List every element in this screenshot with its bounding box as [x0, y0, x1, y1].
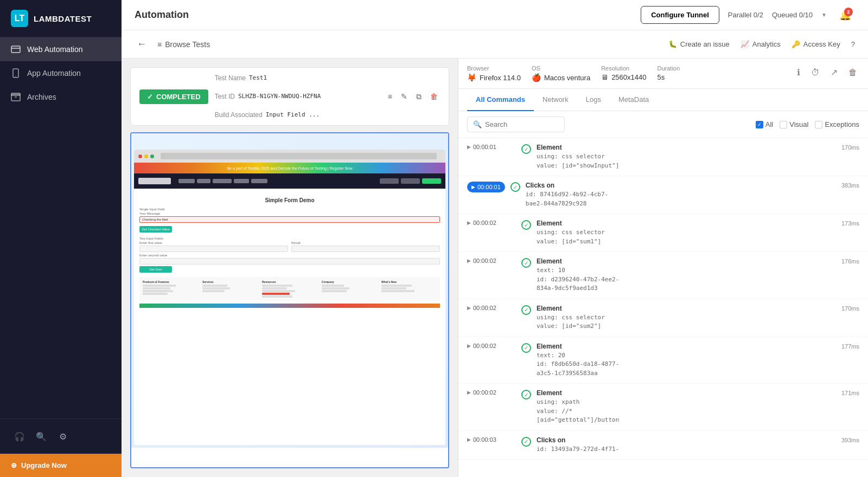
filter-exceptions[interactable]: Exceptions [815, 120, 859, 128]
apple-icon: 🍎 [532, 73, 541, 82]
search-input[interactable] [485, 120, 559, 128]
back-button[interactable]: ← [135, 36, 149, 52]
time-value: 00:00:02 [473, 389, 496, 396]
upgrade-bar[interactable]: ⊕ Upgrade Now [0, 454, 122, 477]
chevron-down-icon[interactable]: ▼ [821, 12, 827, 18]
analytics-action[interactable]: 📈 Analytics [741, 40, 781, 48]
command-row: ▶ 00:00:02 ✓ Element using: css selector… [458, 214, 868, 252]
play-icon: ▶ [467, 305, 471, 311]
mock-banner: Be a part of TestMu 2025 and Decode the … [134, 163, 445, 173]
settings-icon[interactable]: ⚙ [52, 426, 74, 447]
mock-browser: Be a part of TestMu 2025 and Decode the … [134, 150, 445, 445]
play-icon: ▶ [467, 437, 471, 442]
mock-single-input: Single Input Field Your Message Checking… [139, 208, 440, 233]
command-time[interactable]: ▶ 00:00:02 [467, 389, 516, 396]
sidebar-item-archives-label: Archives [27, 93, 56, 101]
sidebar-item-web-automation[interactable]: Web Automation [0, 37, 122, 61]
command-row: ▶ 00:00:02 ✓ Element text: 20id: f8db650… [458, 337, 868, 384]
command-row: ▶ 00:00:02 ✓ Element using: xpathvalue: … [458, 384, 868, 431]
time-value: 00:00:03 [473, 436, 496, 443]
mock-two-inputs: Two Input Fields Enter first value Resul… [139, 237, 440, 273]
command-status: ✓ [521, 144, 531, 154]
test-build-value: Input Field ... [266, 111, 320, 119]
mock-input-msg: Checking the filed [139, 216, 440, 223]
command-duration: 383ms [841, 182, 859, 189]
browse-tests-label: Browse Tests [165, 40, 210, 49]
top-header: Automation Configure Tunnel Parallel 0/2… [122, 0, 868, 30]
play-icon: ▶ [467, 343, 471, 349]
command-status: ✓ [521, 305, 531, 315]
sidebar-item-archives[interactable]: Archives [0, 85, 122, 109]
command-duration: 171ms [841, 390, 859, 396]
browse-tests-link[interactable]: ≡ Browse Tests [157, 40, 210, 49]
test-name-item: Test Name Test1 [215, 74, 267, 82]
tab-network[interactable]: Network [534, 89, 577, 111]
status-check-icon: ✓ [521, 437, 531, 447]
play-icon: ▶ [467, 390, 471, 395]
browser-info-bar: Browser 🦊 Firefox 114.0 OS 🍎 Macos ventu… [458, 59, 868, 89]
screenshot-preview: Be a part of TestMu 2025 and Decode the … [131, 133, 448, 448]
timer-button[interactable]: ⏱ [809, 66, 822, 80]
command-status: ✓ [521, 343, 531, 353]
search-box: 🔍 [467, 117, 565, 132]
command-time[interactable]: ▶ 00:00:02 [467, 305, 516, 311]
headset-icon[interactable]: 🎧 [9, 426, 30, 447]
help-action[interactable]: ? [851, 40, 855, 48]
test-menu-button[interactable]: ≡ [386, 91, 394, 102]
tab-metadata[interactable]: MetaData [610, 89, 658, 111]
test-delete-button[interactable]: 🗑 [428, 91, 440, 102]
command-time[interactable]: ▶ 00:00:02 [467, 343, 516, 349]
delete-info-button[interactable]: 🗑 [846, 66, 859, 80]
mock-single-label: Single Input Field [139, 208, 440, 211]
command-detail: text: 10id: d2396240-47b2-4ee2-834a-9dc5… [537, 266, 836, 293]
configure-tunnel-button[interactable]: Configure Tunnel [641, 6, 719, 24]
command-time[interactable]: ▶ 00:00:02 [467, 220, 516, 226]
exceptions-check-icon [815, 121, 822, 128]
command-row: ▶ 00:00:02 ✓ Element text: 10id: d239624… [458, 252, 868, 299]
command-title: Element [537, 343, 836, 350]
monitor-icon: 🖥 [601, 73, 608, 81]
mock-footer: Products & Features Services [139, 277, 440, 301]
sub-header-actions: 🐛 Create an issue 📈 Analytics 🔑 Access K… [668, 40, 855, 48]
command-content: Clicks on id: 87416d92-4b92-4cb7-bae2-84… [526, 182, 836, 208]
mock-msg-label: Your Message [139, 212, 440, 215]
sidebar-item-app-automation[interactable]: App Automation [0, 61, 122, 85]
command-status: ✓ [521, 437, 531, 447]
mock-result-input [291, 246, 440, 252]
command-time[interactable]: ▶ 00:00:02 [467, 257, 516, 264]
notifications-button[interactable]: 🔔 2 [835, 5, 855, 25]
command-time[interactable]: ▶ 00:00:03 [467, 436, 516, 443]
create-issue-label: Create an issue [680, 40, 730, 48]
test-meta: Test Name Test1 Test ID SLHZB-N1GYN-NWDU… [215, 74, 379, 119]
info-button[interactable]: ℹ [795, 65, 802, 80]
tab-all-commands[interactable]: All Commands [467, 89, 534, 111]
command-content: Element using: xpathvalue: //*[aid="gett… [537, 389, 836, 425]
command-duration: 173ms [841, 220, 859, 227]
command-title: Element [537, 389, 836, 397]
time-value: 00:00:02 [473, 220, 496, 226]
test-name-label: Test Name [215, 74, 246, 82]
tabs-bar: All Commands Network Logs MetaData [458, 89, 868, 111]
list-icon: ≡ [157, 40, 162, 49]
commands-list: ▶ 00:00:01 ✓ Element using: css selector… [458, 138, 868, 477]
test-copy-button[interactable]: ⧉ [414, 91, 424, 102]
browser-info-duration: Duration 5s [657, 65, 680, 81]
play-icon: ▶ [467, 220, 471, 225]
search-bottom-icon[interactable]: 🔍 [30, 426, 52, 447]
access-key-action[interactable]: 🔑 Access Key [792, 40, 840, 48]
command-row: ▶ 00:00:01 ✓ Clicks on id: 87416d92-4b92… [458, 176, 868, 214]
create-issue-action[interactable]: 🐛 Create an issue [668, 40, 730, 48]
help-icon: ? [851, 40, 855, 48]
command-time[interactable]: ▶ 00:00:01 [467, 182, 505, 192]
play-icon: ▶ [467, 258, 471, 263]
mock-nav [134, 173, 445, 189]
logo-icon: LT [11, 10, 28, 27]
filter-all[interactable]: ✓ All [756, 120, 773, 128]
command-time[interactable]: ▶ 00:00:01 [467, 144, 516, 150]
command-detail: using: css selectorvalue: [id="sum1"] [537, 228, 836, 246]
tab-logs[interactable]: Logs [577, 89, 610, 111]
filter-visual[interactable]: Visual [780, 120, 808, 128]
test-edit-button[interactable]: ✎ [399, 91, 410, 102]
share-button[interactable]: ↗ [828, 65, 840, 80]
duration-value: 5s [657, 73, 665, 81]
